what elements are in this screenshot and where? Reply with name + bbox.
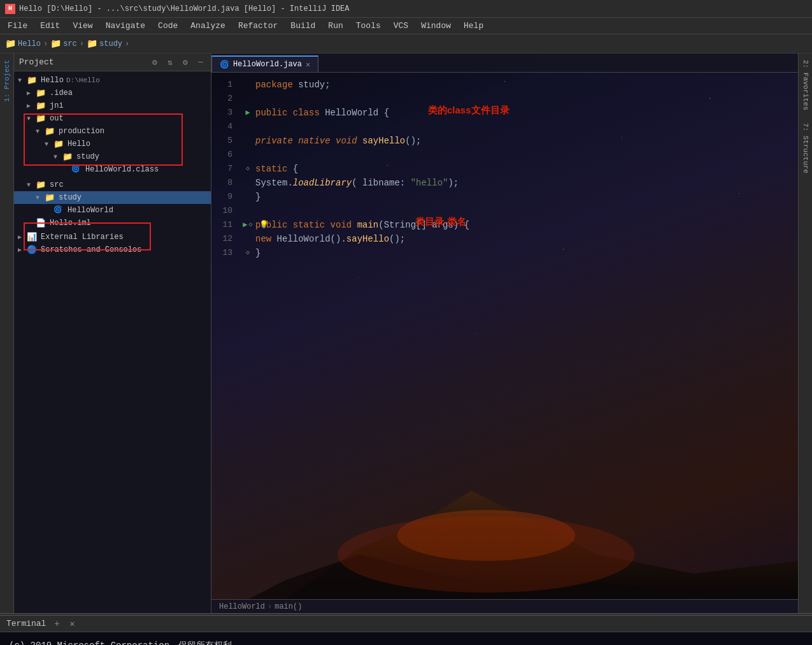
menu-view[interactable]: View bbox=[68, 20, 97, 32]
menu-build[interactable]: Build bbox=[285, 20, 320, 32]
menu-vcs[interactable]: VCS bbox=[388, 20, 413, 32]
tree-item-idea[interactable]: ▶ 📁 .idea bbox=[14, 87, 211, 99]
nav-study-label[interactable]: study bbox=[99, 40, 122, 48]
tree-item-helloworld-java[interactable]: 🌀 HelloWorld bbox=[14, 204, 211, 217]
no-arrow bbox=[27, 220, 36, 227]
menu-file[interactable]: File bbox=[3, 20, 32, 32]
menu-help[interactable]: Help bbox=[459, 20, 488, 32]
menu-edit[interactable]: Edit bbox=[35, 20, 65, 32]
code-line-2: 2 bbox=[211, 92, 798, 106]
menu-code[interactable]: Code bbox=[153, 20, 183, 32]
line-content: private native void sayHello(); bbox=[255, 134, 421, 148]
close-icon[interactable]: ✕ bbox=[306, 60, 310, 69]
tree-label-study-sub: study bbox=[76, 152, 99, 161]
code-line-4: 4 bbox=[211, 120, 798, 134]
menu-bar: File Edit View Navigate Code Analyze Ref… bbox=[0, 18, 812, 34]
line-content: new HelloWorld().sayHello(); bbox=[255, 232, 405, 246]
tab-helloworld-java[interactable]: 🌀 HelloWorld.java ✕ bbox=[211, 55, 318, 72]
line-number: 7 bbox=[211, 162, 240, 176]
terminal-title: Terminal bbox=[6, 619, 46, 628]
bc-separator: › bbox=[267, 602, 272, 611]
gutter-diamond-icon: ◇ bbox=[249, 218, 253, 232]
arrow-icon: ▶ bbox=[27, 102, 36, 110]
line-number: 13 bbox=[211, 246, 240, 260]
tab-label: HelloWorld.java bbox=[233, 60, 302, 69]
src-folder-icon: 📁 bbox=[36, 180, 47, 190]
class-file-icon: 🌀 bbox=[71, 164, 83, 175]
menu-window[interactable]: Window bbox=[416, 20, 456, 32]
code-line-9: 9 } bbox=[211, 190, 798, 204]
tree-item-jni[interactable]: ▶ 📁 jni bbox=[14, 99, 211, 112]
breadcrumb: 📁 Hello › 📁 src › 📁 study › bbox=[5, 38, 129, 49]
scratches-icon: 🔵 bbox=[27, 245, 38, 255]
tree-label-study-src: study bbox=[59, 193, 82, 202]
expand-icon[interactable]: ⇅ bbox=[165, 57, 175, 68]
title-bar: H Hello [D:\Hello] - ...\src\study\Hello… bbox=[0, 0, 812, 18]
code-line-7: 7 ◇ static { bbox=[211, 162, 798, 176]
nav-src-label[interactable]: src bbox=[63, 40, 77, 48]
code-area: 1 package study; 2 3 ▶ public class Hell… bbox=[211, 73, 798, 265]
menu-run[interactable]: Run bbox=[323, 20, 348, 32]
code-line-5: 5 private native void sayHello(); bbox=[211, 134, 798, 148]
tree-item-hello-root[interactable]: ▼ 📁 Hello D:\Hello bbox=[14, 74, 211, 87]
tip-lightbulb-icon[interactable]: 💡 bbox=[259, 218, 269, 232]
tree-item-production[interactable]: ▼ 📁 production bbox=[14, 125, 211, 138]
tree-item-study-sub[interactable]: ▼ 📁 study bbox=[14, 150, 211, 163]
run-arrow-icon[interactable]: ▶ bbox=[243, 218, 247, 232]
line-number: 11 bbox=[211, 218, 240, 232]
arrow-icon: ▼ bbox=[45, 141, 53, 148]
arrow-icon: ▼ bbox=[53, 154, 62, 161]
arrow-icon: ▼ bbox=[18, 77, 27, 84]
line-gutter: ▶ ◇ 💡 bbox=[240, 218, 255, 232]
run-arrow-icon[interactable]: ▶ bbox=[245, 106, 250, 120]
line-number: 4 bbox=[211, 120, 240, 134]
menu-navigate[interactable]: Navigate bbox=[101, 20, 150, 32]
terminal-content[interactable]: (c) 2019 Microsoft Corporation。保留所有权利。 D… bbox=[0, 632, 812, 645]
terminal-header: Terminal + ✕ bbox=[0, 616, 812, 632]
terminal-copyright: (c) 2019 Microsoft Corporation。保留所有权利。 bbox=[9, 639, 803, 645]
tree-item-scratches[interactable]: ▶ 🔵 Scratches and Consoles bbox=[14, 243, 211, 256]
close-terminal-button[interactable]: ✕ bbox=[68, 620, 76, 628]
nav-hello[interactable]: Hello bbox=[18, 40, 41, 48]
tree-item-out[interactable]: ▼ 📁 out bbox=[14, 112, 211, 125]
gutter-diamond-icon: ◇ bbox=[246, 162, 250, 176]
tree-item-src[interactable]: ▼ 📁 src bbox=[14, 178, 211, 191]
tree-label-helloworld-java: HelloWorld bbox=[68, 206, 113, 215]
sidebar-item-favorites[interactable]: 2: Favorites bbox=[800, 54, 811, 117]
tree-item-iml[interactable]: 📄 Hello.iml bbox=[14, 217, 211, 229]
menu-analyze[interactable]: Analyze bbox=[185, 20, 231, 32]
menu-tools[interactable]: Tools bbox=[351, 20, 386, 32]
bc-class: HelloWorld bbox=[219, 602, 265, 611]
settings-icon[interactable]: ⚙ bbox=[180, 57, 190, 68]
minimize-icon[interactable]: — bbox=[196, 57, 206, 68]
sidebar-item-project[interactable]: 1: Project bbox=[1, 54, 13, 108]
gear-icon[interactable]: ⚙ bbox=[150, 57, 160, 68]
tree-item-hello-sub[interactable]: ▼ 📁 Hello bbox=[14, 138, 211, 150]
line-number: 5 bbox=[211, 134, 240, 148]
tree-label-idea: .idea bbox=[50, 89, 73, 98]
arrow-icon: ▼ bbox=[36, 128, 45, 135]
arrow-icon: ▼ bbox=[27, 115, 36, 122]
menu-refactor[interactable]: Refactor bbox=[233, 20, 283, 32]
folder-icon: 📁 bbox=[27, 75, 38, 85]
tree-item-helloworld-class[interactable]: 🌀 HelloWorld.class bbox=[14, 163, 211, 176]
line-number: 3 bbox=[211, 106, 240, 120]
editor-tabs: 🌀 HelloWorld.java ✕ bbox=[211, 54, 798, 73]
folder-icon: 📁 bbox=[45, 126, 56, 136]
code-line-6: 6 bbox=[211, 148, 798, 162]
terminal-panel: Terminal + ✕ (c) 2019 Microsoft Corporat… bbox=[0, 616, 812, 645]
tree-item-ext-libs[interactable]: ▶ 📊 External Libraries bbox=[14, 231, 211, 243]
sidebar-item-structure[interactable]: 7: Structure bbox=[800, 117, 811, 180]
code-line-13: 13 ◇ } bbox=[211, 246, 798, 260]
tree-label-iml: Hello.iml bbox=[50, 219, 91, 228]
line-gutter: ◇ bbox=[240, 246, 255, 260]
project-panel-title: Project bbox=[19, 57, 145, 67]
tree-item-study-src[interactable]: ▼ 📁 study bbox=[14, 191, 211, 204]
add-terminal-button[interactable]: + bbox=[52, 620, 61, 628]
tree-label-jni: jni bbox=[50, 101, 64, 110]
code-line-10: 10 bbox=[211, 204, 798, 218]
arrow-icon: ▼ bbox=[36, 194, 45, 201]
code-line-11: 11 ▶ ◇ 💡 public static void main(String[… bbox=[211, 218, 798, 232]
line-gutter: ◇ bbox=[240, 162, 255, 176]
app-icon: H bbox=[5, 4, 15, 14]
